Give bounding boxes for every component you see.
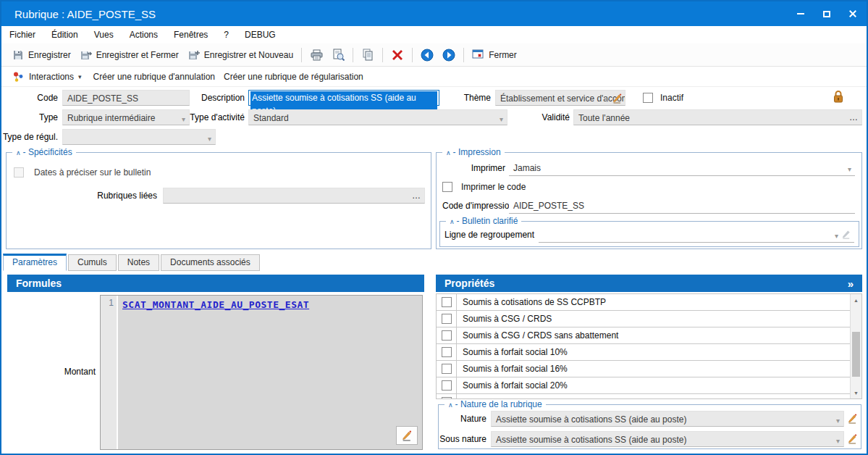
property-row[interactable]: Soumis à cotisations de SS CCPBTP: [437, 294, 861, 311]
save-new-icon: [187, 49, 201, 62]
print-button[interactable]: [306, 46, 327, 64]
nature-dropdown[interactable]: Assiette soumise à cotisations SS (aide …: [491, 411, 844, 427]
edit-pencil-icon[interactable]: [847, 433, 858, 444]
delete-x-icon: [391, 49, 404, 62]
formula-edit-button[interactable]: [396, 426, 418, 445]
impression-group-title[interactable]: ∧- Impression: [442, 147, 505, 157]
chevron-down-icon: ▾: [500, 112, 503, 125]
menu-bar: Fichier Édition Vues Actions Fenêtres ? …: [1, 26, 867, 43]
property-checkbox[interactable]: [442, 364, 452, 374]
interactions-menu-button[interactable]: Interactions ▾: [7, 68, 86, 85]
description-field[interactable]: Assiette soumise à cotisations SS (aide …: [248, 90, 439, 106]
scroll-down-icon[interactable]: ▼: [851, 387, 861, 398]
property-checkbox-cell: [437, 327, 457, 343]
next-button[interactable]: [438, 46, 460, 64]
group-dash: -: [453, 147, 456, 157]
theme-dropdown[interactable]: Établissement et service d'accomp ▾: [495, 90, 625, 106]
previous-button[interactable]: [416, 46, 438, 64]
property-label: Soumis à forfait social 20%: [457, 380, 568, 391]
nature-group-title[interactable]: ∧- Nature de la rubrique: [444, 399, 546, 409]
maximize-button[interactable]: [819, 6, 835, 22]
save-label: Enregistrer: [28, 50, 71, 60]
rubriques-liees-ellipsis-button[interactable]: …: [412, 188, 421, 203]
menu-edition[interactable]: Édition: [43, 26, 86, 43]
inactif-checkbox[interactable]: [643, 93, 653, 103]
scrollbar-thumb[interactable]: [852, 332, 860, 377]
ligne-regroupement-dropdown[interactable]: ▾: [539, 227, 854, 243]
description-label: Description: [197, 90, 245, 106]
specificites-group-title[interactable]: ∧- Spécificités: [12, 147, 76, 157]
menu-fenetres[interactable]: Fenêtres: [166, 26, 216, 43]
tab-cumuls[interactable]: Cumuls: [68, 254, 117, 271]
delete-button[interactable]: [387, 46, 408, 64]
property-label: Soumis à forfait social 10%: [457, 347, 568, 357]
save-close-icon: [80, 49, 93, 62]
type-activite-dropdown[interactable]: Standard ▾: [248, 109, 507, 125]
save-button[interactable]: Enregistrer: [7, 46, 75, 64]
formula-editor[interactable]: 1 SCAT_MONTANT_AIDE_AU_POSTE_ESAT: [100, 295, 423, 450]
proprietes-scrollbar[interactable]: ▲ ▼: [850, 294, 861, 398]
tab-documents-associes[interactable]: Documents associés: [161, 254, 260, 271]
type-regul-label: Type de régul.: [1, 129, 58, 145]
property-row[interactable]: Soumis à CSG / CRDS: [437, 311, 861, 327]
proprietes-header: Propriétés »: [436, 275, 862, 292]
chevron-down-icon: ▾: [208, 132, 211, 145]
specificites-title-text: Spécificités: [28, 147, 72, 157]
maximize-icon: [823, 11, 830, 17]
create-regularisation-button[interactable]: Créer une rubrique de régularisation: [219, 70, 368, 84]
fermer-label: Fermer: [489, 50, 517, 60]
tab-parametres[interactable]: Paramètres: [3, 254, 67, 271]
imprimer-dropdown[interactable]: Jamais ▾: [509, 160, 855, 176]
scroll-up-icon[interactable]: ▲: [851, 294, 861, 306]
edit-pencil-icon[interactable]: [841, 229, 851, 239]
validite-field[interactable]: Toute l'année …: [573, 109, 862, 125]
print-preview-button[interactable]: [327, 46, 349, 64]
property-checkbox[interactable]: [442, 297, 452, 307]
copy-button[interactable]: [357, 46, 379, 64]
property-checkbox[interactable]: [442, 347, 452, 357]
type-value: Rubrique intermédiaire: [67, 113, 155, 123]
menu-fichier[interactable]: Fichier: [1, 26, 43, 43]
collapse-caret-icon: ∧: [450, 218, 455, 225]
fermer-button[interactable]: Fermer: [468, 46, 521, 64]
type-dropdown[interactable]: Rubrique intermédiaire ▾: [62, 109, 190, 125]
property-row[interactable]: Soumis à forfait social 8%: [437, 394, 861, 399]
expand-panel-button[interactable]: »: [848, 277, 854, 290]
validite-ellipsis-button[interactable]: …: [849, 110, 858, 125]
property-row[interactable]: Soumis à forfait social 20%: [437, 377, 861, 394]
save-close-button[interactable]: Enregistrer et Fermer: [75, 46, 183, 64]
sous-nature-dropdown[interactable]: Assiette soumise à cotisations SS (aide …: [491, 431, 844, 447]
toolbar-separator: [412, 48, 413, 62]
menu-help[interactable]: ?: [216, 26, 237, 43]
formula-text[interactable]: SCAT_MONTANT_AIDE_AU_POSTE_ESAT: [122, 299, 309, 310]
save-close-label: Enregistrer et Fermer: [96, 50, 179, 60]
edit-pencil-icon[interactable]: [612, 93, 623, 104]
chevron-down-icon: ▾: [78, 73, 82, 80]
type-activite-value: Standard: [253, 113, 289, 123]
bulletin-clarifie-group-title[interactable]: ∧- Bulletin clarifié: [446, 216, 521, 226]
tab-notes[interactable]: Notes: [118, 254, 159, 271]
code-field[interactable]: AIDE_POSTE_SS: [62, 90, 190, 106]
create-annulation-button[interactable]: Créer une rubrique d'annulation: [89, 70, 219, 84]
minimize-button[interactable]: [793, 6, 809, 22]
property-row[interactable]: Soumis à forfait social 16%: [437, 361, 861, 377]
code-impression-field[interactable]: AIDE_POSTE_SS: [509, 198, 855, 214]
save-new-button[interactable]: Enregistrer et Nouveau: [183, 46, 298, 64]
montant-label: Montant: [23, 364, 96, 380]
menu-vues[interactable]: Vues: [86, 26, 122, 43]
property-checkbox[interactable]: [442, 380, 452, 391]
property-row[interactable]: Soumis à forfait social 10%: [437, 344, 861, 361]
menu-debug[interactable]: DEBUG: [237, 26, 284, 43]
rubriques-liees-field[interactable]: …: [163, 188, 425, 204]
menu-actions[interactable]: Actions: [122, 26, 166, 43]
type-regul-dropdown[interactable]: ▾: [62, 129, 216, 145]
close-button[interactable]: [845, 6, 861, 22]
property-row[interactable]: Soumis à CSG / CRDS sans abattement: [437, 327, 861, 344]
property-checkbox[interactable]: [442, 314, 452, 324]
property-checkbox[interactable]: [442, 330, 452, 341]
dates-bulletin-checkbox[interactable]: [14, 167, 24, 178]
formula-code-area[interactable]: SCAT_MONTANT_AIDE_AU_POSTE_ESAT: [118, 296, 422, 449]
chevron-down-icon: ▾: [848, 162, 851, 176]
edit-pencil-icon[interactable]: [847, 413, 858, 424]
imprimer-code-checkbox[interactable]: [442, 182, 452, 192]
